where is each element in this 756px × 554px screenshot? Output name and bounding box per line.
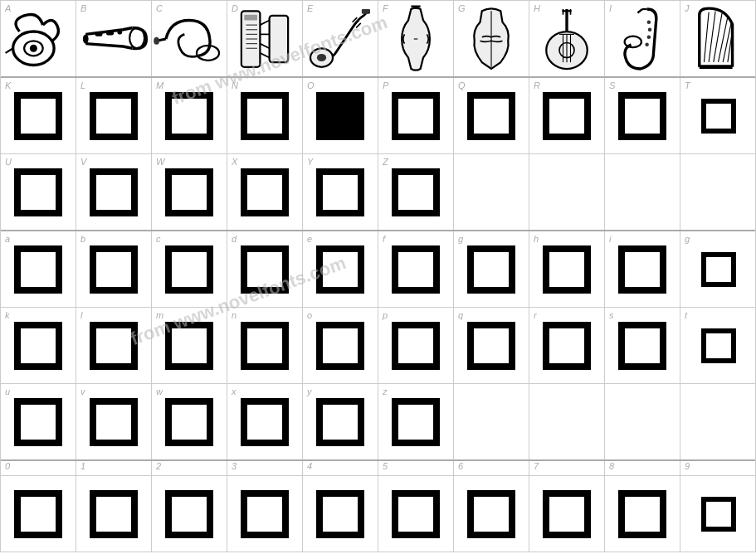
glyph-a — [14, 245, 62, 294]
cell-i: i — [605, 231, 680, 307]
cell-h: h — [529, 231, 605, 307]
label-2-header: 2 — [152, 461, 227, 475]
glyph-k — [14, 322, 62, 370]
svg-point-4 — [129, 27, 144, 48]
label-G: G — [458, 3, 466, 13]
glyph-b — [90, 245, 138, 294]
svg-point-52 — [645, 42, 649, 46]
label-v: v — [80, 386, 85, 396]
cell-R: R — [529, 78, 605, 153]
cell-W: W — [152, 154, 227, 230]
glyph-P — [392, 92, 440, 140]
cell-4 — [303, 476, 378, 552]
label-L: L — [80, 80, 85, 90]
cell-T: T — [680, 78, 756, 153]
svg-point-50 — [648, 27, 652, 32]
cell-empty5 — [454, 384, 529, 459]
svg-line-14 — [260, 20, 269, 25]
label-w: w — [156, 386, 163, 396]
cell-v: v — [76, 384, 152, 459]
cell-r: r — [529, 308, 605, 383]
glyph-2 — [165, 490, 213, 538]
cell-p: p — [378, 308, 454, 383]
label-9-header: 9 — [680, 461, 756, 475]
svg-rect-13 — [270, 15, 289, 61]
label-V: V — [80, 157, 86, 167]
cell-a: a — [1, 231, 76, 307]
glyph-q — [467, 322, 515, 370]
svg-line-55 — [714, 13, 722, 62]
label-g2: g — [685, 234, 690, 244]
cell-2 — [152, 476, 227, 552]
glyph-c — [165, 245, 213, 294]
cell-x: x — [227, 384, 303, 459]
glyph-Z — [392, 168, 440, 216]
label-z: z — [383, 386, 388, 396]
cell-g: g — [454, 231, 529, 307]
glyph-M — [165, 92, 213, 140]
label-E: E — [307, 3, 313, 13]
glyph-7 — [543, 490, 591, 538]
cell-A: A — [1, 1, 76, 76]
accordion-icon — [227, 2, 302, 76]
cell-0 — [1, 476, 76, 552]
label-u: u — [5, 386, 10, 396]
cell-O: O — [303, 78, 378, 153]
violin-side-icon — [378, 2, 453, 76]
glyph-t — [701, 328, 736, 363]
svg-line-48 — [637, 9, 642, 13]
label-K: K — [5, 80, 11, 90]
cell-l: l — [76, 308, 152, 383]
svg-line-16 — [260, 43, 269, 48]
cell-M: M — [152, 78, 227, 153]
label-X: X — [232, 157, 237, 167]
cell-k: k — [1, 308, 76, 383]
label-U: U — [5, 157, 12, 167]
glyph-8 — [618, 490, 666, 538]
label-3-header: 3 — [227, 461, 303, 475]
svg-line-17 — [260, 52, 269, 57]
cell-empty2 — [529, 154, 605, 230]
cell-u: u — [1, 384, 76, 459]
cell-empty8 — [680, 384, 756, 459]
svg-point-11 — [154, 36, 159, 44]
uppercase-squares-section: K L M N O — [1, 78, 755, 231]
cell-9 — [680, 476, 756, 552]
label-B: B — [80, 3, 86, 13]
label-m: m — [156, 310, 163, 320]
glyph-n — [241, 322, 289, 370]
cell-d: d — [227, 231, 303, 307]
label-7-header: 7 — [529, 461, 605, 475]
cell-n: n — [227, 308, 303, 383]
cell-empty6 — [529, 384, 605, 459]
svg-point-26 — [317, 54, 326, 61]
label-J: J — [685, 3, 690, 13]
cell-P: P — [378, 78, 454, 153]
label-e: e — [307, 234, 312, 244]
glyph-z — [392, 398, 440, 446]
glyph-h — [543, 245, 591, 294]
row-0-9-labels: 0 1 2 3 4 5 6 7 8 9 — [1, 461, 755, 476]
glyph-0 — [14, 490, 62, 538]
cell-1 — [76, 476, 152, 552]
instruments-row: A B — [1, 1, 755, 76]
cell-g2: g — [680, 231, 756, 307]
svg-point-2 — [30, 44, 37, 51]
cell-t: t — [680, 308, 756, 383]
label-n: n — [232, 310, 237, 320]
label-F: F — [383, 3, 388, 13]
label-f: f — [383, 234, 385, 244]
cell-empty4 — [680, 154, 756, 230]
cell-E: E — [303, 1, 378, 76]
cell-V: V — [76, 154, 152, 230]
cell-Y: Y — [303, 154, 378, 230]
cell-K: K — [1, 78, 76, 153]
label-W: W — [156, 157, 164, 167]
lowercase-section: a b c d e — [1, 231, 755, 461]
cell-s: s — [605, 308, 680, 383]
cell-U: U — [1, 154, 76, 230]
glyph-l — [90, 322, 138, 370]
svg-rect-30 — [362, 9, 370, 14]
cell-C: C — [152, 1, 227, 76]
cell-F: F — [378, 1, 454, 76]
